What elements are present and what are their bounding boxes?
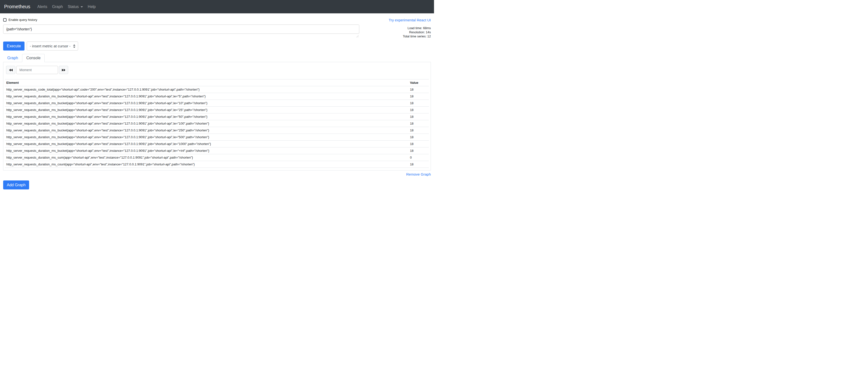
rewind-icon <box>9 69 12 72</box>
add-graph-button[interactable]: Add Graph <box>3 180 29 190</box>
element-cell: http_server_requests_duration_ms_bucket{… <box>5 107 408 113</box>
insert-metric-select-label: - insert metric at cursor - <box>30 44 71 48</box>
value-column-header: Value <box>408 79 429 86</box>
enable-query-history-text: Enable query history <box>8 18 37 22</box>
table-row: http_server_requests_duration_ms_bucket{… <box>5 100 429 107</box>
table-row: http_server_requests_code_total{app="sho… <box>5 86 429 93</box>
nav-item-alerts[interactable]: Alerts <box>35 5 50 9</box>
value-cell: 18 <box>408 141 429 147</box>
resize-handle-icon[interactable] <box>356 35 359 37</box>
nav-item-label: Graph <box>52 5 63 9</box>
query-stats: Load time: 68ms Resolution: 14s Total ti… <box>403 25 431 38</box>
moment-prev-button[interactable] <box>6 66 15 74</box>
nav-links: Alerts Graph Status Help <box>35 5 98 9</box>
table-row: http_server_requests_duration_ms_bucket{… <box>5 93 429 100</box>
fast-forward-icon <box>62 69 65 72</box>
total-time-series-stat: Total time series: 12 <box>403 34 431 38</box>
element-cell: http_server_requests_duration_ms_bucket{… <box>5 93 408 100</box>
nav-item-status[interactable]: Status <box>65 5 85 9</box>
query-input[interactable]: {path="/shorten"} <box>3 25 359 34</box>
navbar: Prometheus Alerts Graph Status Help <box>0 0 434 13</box>
nav-item-label: Status <box>68 5 79 9</box>
query-input-wrap: {path="/shorten"} <box>3 25 359 38</box>
element-cell: http_server_requests_duration_ms_bucket{… <box>5 127 408 134</box>
select-updown-icon <box>73 45 75 48</box>
element-cell: http_server_requests_code_total{app="sho… <box>5 86 408 93</box>
try-react-ui-link[interactable]: Try experimental React UI <box>389 18 431 22</box>
element-cell: http_server_requests_duration_ms_count{a… <box>5 161 408 168</box>
element-cell: http_server_requests_duration_ms_bucket{… <box>5 100 408 107</box>
table-row: http_server_requests_duration_ms_bucket{… <box>5 113 429 120</box>
table-row: http_server_requests_duration_ms_bucket{… <box>5 127 429 134</box>
value-cell: 18 <box>408 161 429 168</box>
remove-graph-link[interactable]: Remove Graph <box>406 172 431 176</box>
table-row: http_server_requests_duration_ms_bucket{… <box>5 141 429 147</box>
main-content: Enable query history Try experimental Re… <box>0 18 434 199</box>
value-cell: 18 <box>408 120 429 127</box>
console-panel: Element Value http_server_requests_code_… <box>3 62 431 170</box>
brand-link[interactable]: Prometheus <box>4 4 30 9</box>
element-cell: http_server_requests_duration_ms_bucket{… <box>5 141 408 147</box>
element-cell: http_server_requests_duration_ms_bucket{… <box>5 147 408 154</box>
table-row: http_server_requests_duration_ms_bucket{… <box>5 134 429 141</box>
element-cell: http_server_requests_duration_ms_bucket{… <box>5 113 408 120</box>
value-cell: 0 <box>408 154 429 161</box>
enable-query-history-label: Enable query history <box>3 18 37 22</box>
moment-controls <box>6 66 429 74</box>
element-cell: http_server_requests_duration_ms_sum{app… <box>5 154 408 161</box>
execute-button[interactable]: Execute <box>3 41 25 51</box>
element-column-header: Element <box>5 79 408 86</box>
nav-item-label: Help <box>88 5 96 9</box>
console-table: Element Value http_server_requests_code_… <box>5 79 429 168</box>
value-cell: 18 <box>408 86 429 93</box>
table-row: http_server_requests_duration_ms_bucket{… <box>5 120 429 127</box>
enable-query-history-checkbox[interactable] <box>3 18 6 22</box>
value-cell: 18 <box>408 127 429 134</box>
tab-console[interactable]: Console <box>22 54 44 62</box>
resolution-stat: Resolution: 14s <box>403 30 431 34</box>
load-time-stat: Load time: 68ms <box>403 26 431 30</box>
value-cell: 18 <box>408 107 429 113</box>
element-cell: http_server_requests_duration_ms_bucket{… <box>5 120 408 127</box>
table-row: http_server_requests_duration_ms_bucket{… <box>5 107 429 113</box>
nav-item-graph[interactable]: Graph <box>50 5 65 9</box>
nav-item-label: Alerts <box>37 5 47 9</box>
value-cell: 18 <box>408 93 429 100</box>
table-header-row: Element Value <box>5 79 429 86</box>
value-cell: 18 <box>408 113 429 120</box>
value-cell: 18 <box>408 134 429 141</box>
tab-graph[interactable]: Graph <box>3 54 22 62</box>
insert-metric-select[interactable]: - insert metric at cursor - <box>27 41 78 51</box>
moment-next-button[interactable] <box>59 66 68 74</box>
value-cell: 18 <box>408 100 429 107</box>
value-cell: 18 <box>408 147 429 154</box>
moment-input[interactable] <box>16 66 58 74</box>
table-row: http_server_requests_duration_ms_bucket{… <box>5 147 429 154</box>
table-row: http_server_requests_duration_ms_count{a… <box>5 161 429 168</box>
caret-down-icon <box>81 6 83 7</box>
console-table-body: http_server_requests_code_total{app="sho… <box>5 86 429 168</box>
table-row: http_server_requests_duration_ms_sum{app… <box>5 154 429 161</box>
element-cell: http_server_requests_duration_ms_bucket{… <box>5 134 408 141</box>
tab-strip: Graph Console <box>3 54 431 62</box>
nav-item-help[interactable]: Help <box>85 5 98 9</box>
